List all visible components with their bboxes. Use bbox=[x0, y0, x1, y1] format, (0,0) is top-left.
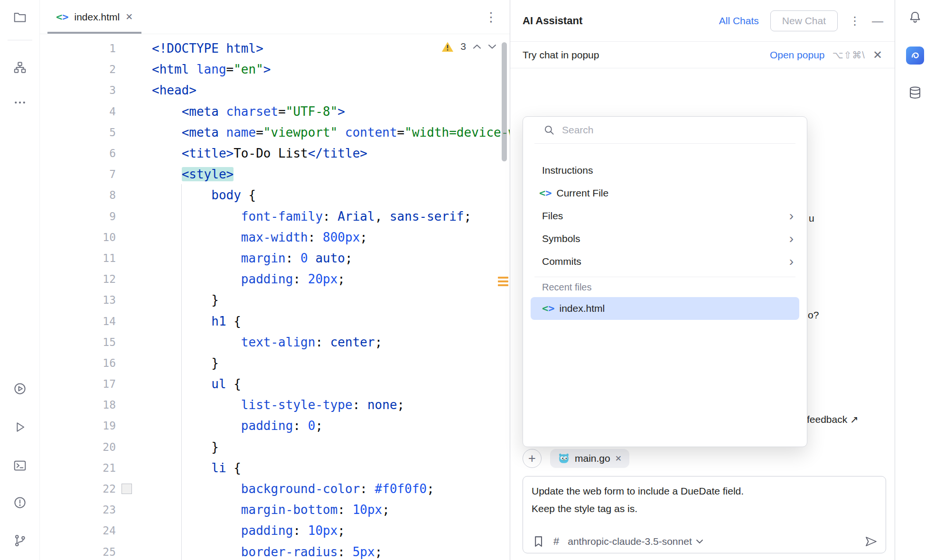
chat-input[interactable]: Update the web form to include a DueDate… bbox=[523, 476, 886, 517]
banner-text: Try chat in popup bbox=[523, 49, 599, 61]
hash-context-icon[interactable]: # bbox=[553, 535, 559, 548]
run-icon[interactable] bbox=[10, 418, 29, 437]
next-warning-icon[interactable] bbox=[488, 44, 496, 49]
color-preview-swatch[interactable] bbox=[122, 484, 132, 494]
editor-scrollbar[interactable] bbox=[502, 42, 507, 161]
ai-assistant-tool-icon[interactable] bbox=[905, 45, 926, 66]
code-line[interactable]: 8 body { bbox=[40, 185, 510, 205]
code-line[interactable]: 1<!DOCTYPE html> bbox=[40, 38, 510, 59]
problems-icon[interactable] bbox=[10, 493, 29, 512]
popup-item-files[interactable]: Files› bbox=[523, 205, 807, 227]
code-line[interactable]: 14 h1 { bbox=[40, 310, 510, 331]
line-number: 8 bbox=[40, 189, 116, 201]
notifications-bell-icon[interactable] bbox=[905, 7, 926, 28]
add-context-button[interactable]: + bbox=[523, 449, 542, 468]
database-icon[interactable] bbox=[905, 82, 926, 103]
chat-text-fragment: o? bbox=[808, 309, 819, 321]
minimize-panel-icon[interactable]: — bbox=[872, 14, 883, 28]
code-text: padding: 0; bbox=[116, 419, 323, 433]
new-chat-button[interactable]: New Chat bbox=[770, 10, 838, 31]
code-line[interactable]: 15 text-align: center; bbox=[40, 332, 510, 353]
line-number: 14 bbox=[40, 315, 116, 327]
line-number: 16 bbox=[40, 357, 116, 369]
code-text: border-radius: 5px; bbox=[116, 545, 382, 559]
editor-options-kebab-icon[interactable]: ⋮ bbox=[485, 9, 497, 25]
project-folder-icon[interactable] bbox=[10, 8, 29, 27]
recent-file-item[interactable]: <>index.html bbox=[531, 297, 799, 320]
structure-icon[interactable] bbox=[10, 58, 29, 77]
code-line[interactable]: 23 margin-bottom: 10px; bbox=[40, 499, 510, 520]
code-line[interactable]: 2<html lang="en"> bbox=[40, 59, 510, 80]
feedback-link-fragment[interactable]: feedback ↗ bbox=[807, 414, 859, 425]
services-icon[interactable] bbox=[10, 379, 29, 398]
code-line[interactable]: 24 padding: 10px; bbox=[40, 520, 510, 541]
code-line[interactable]: 16 } bbox=[40, 353, 510, 373]
code-line[interactable]: 3<head> bbox=[40, 80, 510, 101]
code-line[interactable]: 10 max-width: 800px; bbox=[40, 227, 510, 248]
chat-input-box: Update the web form to include a DueDate… bbox=[523, 476, 886, 553]
code-text: <meta name="viewport" content="width=dev… bbox=[116, 125, 510, 140]
code-text: <style> bbox=[116, 167, 234, 181]
popup-item-symbols[interactable]: Symbols› bbox=[523, 227, 807, 250]
code-line[interactable]: 13 } bbox=[40, 289, 510, 310]
code-line[interactable]: 12 padding: 20px; bbox=[40, 269, 510, 289]
code-text: font-family: Arial, sans-serif; bbox=[116, 209, 471, 224]
warning-stripe-marks[interactable] bbox=[498, 277, 508, 288]
line-number: 17 bbox=[40, 378, 116, 390]
inspections-widget[interactable]: 3 bbox=[441, 41, 496, 52]
all-chats-link[interactable]: All Chats bbox=[719, 15, 759, 27]
attached-file-chip[interactable]: main.go ✕ bbox=[550, 449, 629, 468]
code-file-icon: <> bbox=[542, 303, 555, 314]
send-button[interactable] bbox=[864, 534, 878, 549]
popup-item-current-file[interactable]: <>Current File bbox=[523, 182, 807, 205]
code-line[interactable]: 5 <meta name="viewport" content="width=d… bbox=[40, 122, 510, 143]
chip-remove-icon[interactable]: ✕ bbox=[615, 454, 622, 464]
prompt-library-icon[interactable] bbox=[532, 535, 545, 548]
tab-close-icon[interactable]: ✕ bbox=[125, 11, 133, 22]
popup-search-row bbox=[534, 117, 795, 144]
code-line[interactable]: 7 <style> bbox=[40, 164, 510, 185]
tab-index-html[interactable]: <> index.html ✕ bbox=[47, 0, 141, 34]
ai-assistant-panel: AI Assistant All Chats New Chat ⋮ — Try … bbox=[510, 0, 895, 560]
code-line[interactable]: 19 padding: 0; bbox=[40, 415, 510, 436]
code-text: <!DOCTYPE html> bbox=[116, 41, 263, 56]
code-line[interactable]: 17 ul { bbox=[40, 373, 510, 394]
code-line[interactable]: 20 } bbox=[40, 437, 510, 457]
editor-area: <> index.html ✕ ⋮ 1<!DOCTYPE html>2<html… bbox=[40, 0, 510, 560]
popup-item-label: Commits bbox=[542, 256, 581, 267]
chevron-down-icon bbox=[696, 539, 703, 544]
line-number: 9 bbox=[40, 210, 116, 223]
version-control-icon[interactable] bbox=[10, 531, 29, 550]
code-line[interactable]: 11 margin: 0 auto; bbox=[40, 248, 510, 269]
panel-options-kebab-icon[interactable]: ⋮ bbox=[849, 14, 860, 28]
code-line[interactable]: 21 li { bbox=[40, 457, 510, 478]
line-number: 12 bbox=[40, 273, 116, 285]
code-file-icon: <> bbox=[539, 188, 552, 198]
ai-assistant-logo bbox=[906, 47, 924, 65]
terminal-icon[interactable] bbox=[10, 456, 29, 475]
line-number: 2 bbox=[40, 63, 116, 75]
model-selector[interactable]: anthropic-claude-3.5-sonnet bbox=[568, 536, 703, 547]
open-popup-link[interactable]: Open popup bbox=[770, 49, 825, 61]
popup-item-instructions[interactable]: Instructions bbox=[523, 159, 807, 182]
code-line[interactable]: 25 border-radius: 5px; bbox=[40, 541, 510, 560]
send-icon bbox=[864, 534, 878, 549]
code-text: li { bbox=[116, 461, 241, 475]
code-line[interactable]: 9 font-family: Arial, sans-serif; bbox=[40, 206, 510, 227]
code-line[interactable]: 22 background-color: #f0f0f0; bbox=[40, 478, 510, 499]
code-editor[interactable]: 1<!DOCTYPE html>2<html lang="en">3<head>… bbox=[40, 38, 510, 560]
banner-close-icon[interactable]: ✕ bbox=[873, 48, 882, 62]
popup-item-commits[interactable]: Commits› bbox=[523, 250, 807, 273]
popup-search-input[interactable] bbox=[562, 124, 766, 136]
code-area: 1<!DOCTYPE html>2<html lang="en">3<head>… bbox=[40, 38, 510, 560]
code-line[interactable]: 18 list-style-type: none; bbox=[40, 394, 510, 415]
more-tool-windows-icon[interactable] bbox=[10, 93, 29, 112]
line-number: 3 bbox=[40, 84, 116, 96]
code-line[interactable]: 6 <title>To-Do List</title> bbox=[40, 143, 510, 164]
line-number: 7 bbox=[40, 168, 116, 180]
previous-warning-icon[interactable] bbox=[473, 44, 481, 49]
line-number: 1 bbox=[40, 42, 116, 55]
code-line[interactable]: 4 <meta charset="UTF-8"> bbox=[40, 101, 510, 122]
code-text: <html lang="en"> bbox=[116, 62, 271, 76]
line-number: 11 bbox=[40, 252, 116, 264]
